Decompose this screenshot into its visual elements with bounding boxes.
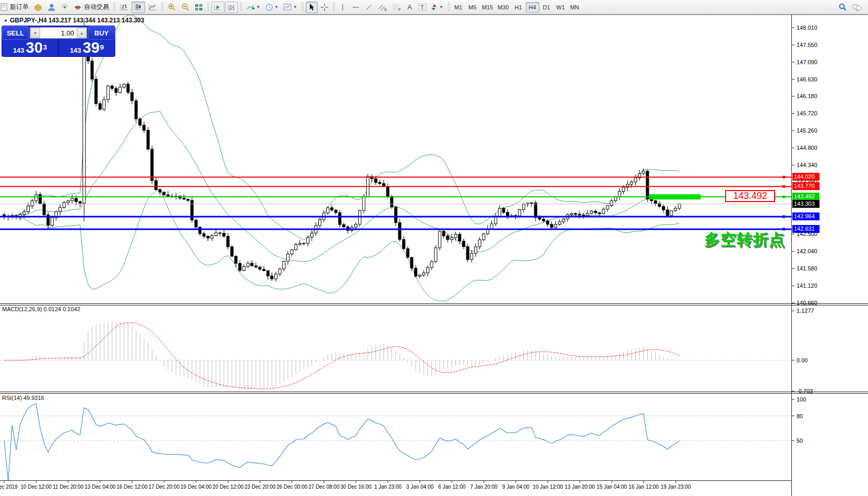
timeframe-W1[interactable]: W1: [554, 2, 568, 13]
collapse-arrow-icon[interactable]: ▲: [4, 18, 8, 22]
candlestick-chart-icon: [134, 3, 143, 11]
macd-tick: -0.703: [797, 388, 813, 394]
search-button[interactable]: [836, 2, 849, 13]
time-label: 19 Dec 04:00: [180, 484, 212, 490]
time-label: 11 Dec 20:00: [53, 484, 83, 490]
buy-price[interactable]: 143 39 9: [58, 40, 115, 55]
tile-windows-button[interactable]: [192, 2, 205, 13]
timeframe-M1[interactable]: M1: [452, 2, 465, 13]
price-tick: 140.660: [797, 300, 817, 306]
profile-button[interactable]: [45, 2, 58, 13]
sell-big-figure: 143: [13, 46, 25, 55]
volume-up-button[interactable]: ▲: [77, 28, 87, 38]
chart-window: 148.010147.550147.090146.630146.180145.7…: [0, 15, 868, 496]
cursor-button[interactable]: [306, 2, 318, 13]
support-zone: [649, 194, 701, 199]
candlestick-chart-button[interactable]: [131, 2, 145, 13]
auto-trading-label: 自动交易: [84, 3, 109, 11]
sell-price[interactable]: 143 30 3: [2, 40, 58, 55]
timeframe-M5[interactable]: M5: [466, 2, 479, 13]
timeframe-M30[interactable]: M30: [496, 2, 511, 13]
sell-button[interactable]: SELL: [2, 26, 29, 40]
horizontal-line-button[interactable]: [349, 2, 362, 13]
sell-pipette: 3: [43, 40, 47, 55]
clock-icon: [265, 3, 273, 11]
auto-trading-button[interactable]: 自动交易: [71, 2, 111, 13]
signal-icon: [61, 3, 69, 11]
price-tick: 148.010: [797, 25, 817, 31]
time-label: 13 Dec 04:00: [85, 484, 116, 490]
equidistant-channel-button[interactable]: E: [376, 2, 389, 13]
price-level-label: 143.770: [792, 182, 819, 190]
crosshair-button[interactable]: [318, 2, 331, 13]
zoom-out-button[interactable]: [179, 2, 192, 13]
arrows-tool-button[interactable]: ▼: [429, 2, 445, 13]
price-level-label: 142.631: [792, 225, 819, 233]
time-label: 9 Dec 2019: [0, 484, 18, 490]
timeframe-MN[interactable]: MN: [568, 2, 582, 13]
arrows-icon: [431, 3, 438, 11]
vertical-line-button[interactable]: [337, 2, 349, 13]
rsi-layer: [4, 404, 680, 482]
text-label-icon: T: [418, 4, 426, 11]
time-label: 16 Jan 12:00: [629, 484, 659, 490]
price-tick: 147.090: [797, 59, 817, 65]
text-label-tool-button[interactable]: T: [416, 2, 428, 13]
auto-scroll-button[interactable]: [211, 2, 224, 13]
volume-down-button[interactable]: ▼: [30, 28, 40, 38]
time-label: 10 Dec 12:00: [21, 484, 52, 490]
toolbar-grip: [161, 3, 163, 12]
price-tick: 144.800: [797, 145, 817, 151]
chart-shift-button[interactable]: [225, 2, 238, 13]
signal-button[interactable]: [58, 2, 71, 13]
crosshair-icon: [320, 3, 329, 11]
time-label: 20 Dec 12:00: [212, 484, 244, 490]
time-label: 6 Jan 12:00: [438, 484, 465, 490]
price-tick: 146.630: [797, 76, 817, 82]
zoom-out-icon: [181, 3, 190, 11]
rsi-tick: 100: [797, 396, 806, 403]
chat-button[interactable]: [850, 2, 864, 13]
volume-input[interactable]: [40, 28, 77, 38]
periods-button[interactable]: ▼: [263, 2, 281, 13]
volume-stepper: ▼ ▲: [30, 27, 87, 39]
timeframe-M15[interactable]: M15: [480, 2, 495, 13]
level-callout-box[interactable]: 143.492: [725, 190, 775, 202]
price-tick: 144.340: [797, 162, 817, 168]
price-level-label: 143.303: [792, 200, 819, 208]
new-order-label: 新订单: [10, 3, 29, 11]
layers-button[interactable]: [31, 2, 45, 13]
chevron-down-icon: ▼: [293, 5, 297, 9]
bar-chart-button[interactable]: [117, 2, 131, 13]
time-label: 7 Jan 20:00: [470, 484, 497, 490]
svg-text:F: F: [399, 8, 401, 11]
chart-canvas[interactable]: [0, 15, 868, 496]
time-label: 1 Jan 23:00: [374, 484, 401, 490]
symbol-title: ▲GBPJPY-,H4 143.217 143.344 143.213 143.…: [4, 17, 144, 24]
time-label: 16 Dec 12:00: [116, 484, 148, 490]
timeframe-D1[interactable]: D1: [540, 2, 553, 13]
timeframe-group: M1M5M15M30H1H4D1W1MN: [452, 2, 582, 13]
tile-windows-icon: [195, 3, 203, 11]
zoom-in-button[interactable]: [165, 2, 178, 13]
new-order-button[interactable]: 新订单: [0, 2, 31, 13]
templates-button[interactable]: ▼: [281, 2, 299, 13]
indicators-button[interactable]: ▼: [244, 2, 262, 13]
line-chart-button[interactable]: [146, 2, 159, 13]
time-label: 15 Jan 04:00: [597, 484, 627, 490]
price-tick: 147.550: [797, 42, 817, 48]
buy-button[interactable]: BUY: [88, 26, 115, 40]
chart-shift-icon: [227, 3, 236, 11]
macd-layer: [4, 321, 680, 390]
profile-icon: [47, 3, 56, 11]
toolbar-grip: [207, 3, 209, 12]
search-icon: [838, 3, 847, 11]
timeframe-H1[interactable]: H1: [512, 2, 525, 13]
timeframe-H4[interactable]: H4: [526, 2, 539, 13]
new-order-icon: [0, 3, 8, 11]
fibonacci-button[interactable]: F: [390, 2, 403, 13]
rsi-label: RSI(14) 49.9316: [2, 395, 44, 401]
trendline-button[interactable]: [363, 2, 375, 13]
time-label: 30 Dec 16:00: [341, 484, 372, 490]
text-tool-button[interactable]: A: [404, 2, 416, 13]
